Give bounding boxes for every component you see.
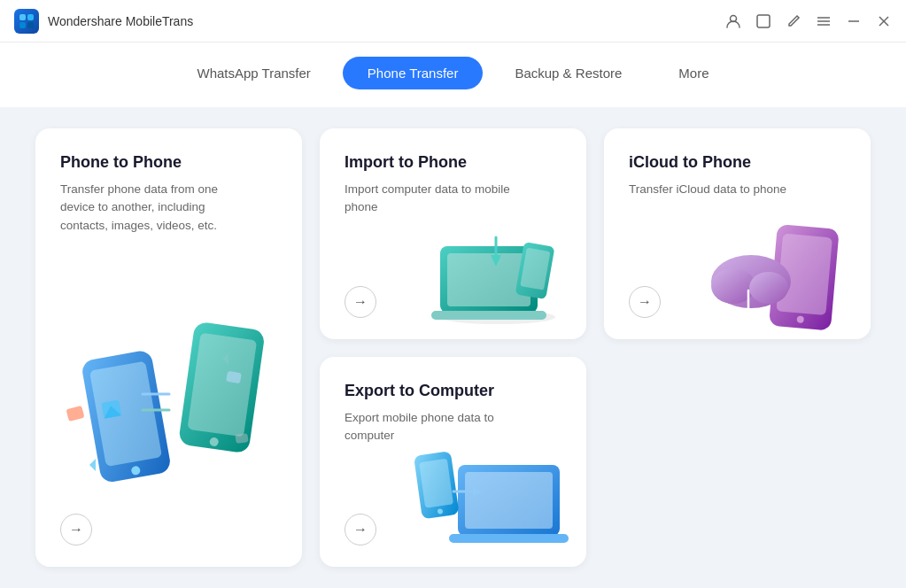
svg-marker-38 [744,308,753,317]
svg-rect-22 [235,433,248,444]
titlebar: Wondershare MobileTrans [0,0,906,43]
svg-rect-0 [19,14,26,20]
svg-rect-41 [449,534,569,543]
svg-rect-40 [465,472,553,529]
tab-whatsapp-transfer[interactable]: WhatsApp Transfer [172,57,335,89]
card-export-title: Export to Computer [345,382,561,400]
svg-rect-3 [27,22,34,28]
svg-rect-1 [27,14,34,20]
tab-backup-restore[interactable]: Backup & Restore [490,57,647,89]
export-illustration [409,434,577,558]
svg-rect-28 [431,311,546,320]
main-content: Phone to Phone Transfer phone data from … [0,107,906,588]
navbar: WhatsApp Transfer Phone Transfer Backup … [0,43,906,107]
card-icloud-arrow[interactable]: → [629,286,661,318]
svg-rect-2 [19,22,26,28]
profile-icon[interactable] [725,13,741,29]
edit-icon[interactable] [786,13,801,29]
cards-grid: Phone to Phone Transfer phone data from … [35,128,871,567]
phone-to-phone-illustration [58,319,289,505]
card-import-to-phone[interactable]: Import to Phone Import computer data to … [320,128,586,339]
titlebar-left: Wondershare MobileTrans [14,9,193,34]
card-import-arrow[interactable]: → [345,286,376,318]
card-export-to-computer[interactable]: Export to Computer Export mobile phone d… [320,357,586,568]
card-icloud-to-phone[interactable]: iCloud to Phone Transfer iCloud data to … [604,128,871,339]
menu-icon[interactable] [816,13,832,29]
svg-point-37 [749,272,788,304]
icloud-illustration [698,206,866,335]
window-icon[interactable] [755,13,771,29]
card-phone-to-phone-title: Phone to Phone [60,153,277,172]
app-icon [14,9,39,34]
svg-rect-20 [66,406,84,422]
card-icloud-desc: Transfer iCloud data to phone [629,181,806,198]
titlebar-controls [725,13,892,29]
card-phone-to-phone-desc: Transfer phone data from one device to a… [60,181,237,235]
card-phone-to-phone-arrow[interactable]: → [60,514,92,545]
app-name: Wondershare MobileTrans [48,14,193,28]
card-import-title: Import to Phone [345,153,561,172]
tab-phone-transfer[interactable]: Phone Transfer [343,57,484,89]
import-illustration [418,206,577,330]
card-phone-to-phone[interactable]: Phone to Phone Transfer phone data from … [35,128,302,567]
svg-rect-5 [757,15,770,27]
tab-more[interactable]: More [654,57,733,89]
card-icloud-title: iCloud to Phone [629,153,846,172]
svg-marker-23 [89,459,96,471]
card-export-arrow[interactable]: → [345,514,376,545]
minimize-icon[interactable] [846,13,862,29]
close-icon[interactable] [876,13,892,29]
